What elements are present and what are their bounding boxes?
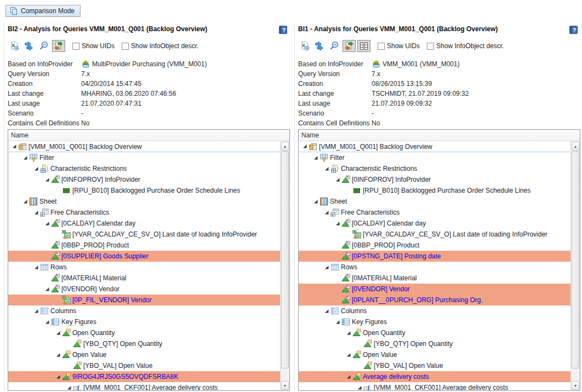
tree-row[interactable]: [0PSTNG_DATE] Posting date <box>299 251 570 262</box>
tree-row[interactable]: [YBO_VAL] Open Value <box>8 360 280 371</box>
tree-row[interactable]: [YBO_QTY] Open Quantity <box>299 338 570 349</box>
expand-arrow-icon[interactable] <box>54 371 62 382</box>
scroll-down-button[interactable]: ▼ <box>572 381 579 390</box>
comparison-mode-button[interactable]: Comparison Mode <box>5 5 81 17</box>
vertical-scrollbar[interactable]: ▲ ▼ <box>570 141 580 390</box>
expand-arrow-icon[interactable] <box>345 327 352 338</box>
tree-row[interactable]: fx[VMM_M001_CKF001] Average delivery cos… <box>8 382 280 390</box>
zoom-out-button[interactable] <box>328 40 341 52</box>
grid-view-button[interactable] <box>357 40 370 52</box>
tree-row[interactable]: [VMM_M001_Q001] Backlog Overview <box>8 141 280 152</box>
expand-arrow-icon[interactable] <box>65 382 73 390</box>
tree-row[interactable]: Columns <box>299 305 570 316</box>
checkbox-box[interactable] <box>122 43 129 50</box>
tree-row[interactable]: Key Figures <box>8 316 280 327</box>
tree-row[interactable]: [YBO_QTY] Open Quantity <box>8 338 280 349</box>
expand-arrow-icon[interactable] <box>32 262 40 273</box>
compare-documents-button[interactable] <box>343 40 356 52</box>
expand-arrow-icon[interactable] <box>21 152 29 163</box>
expand-arrow-icon[interactable] <box>301 141 309 152</box>
tree-row[interactable]: Rows <box>299 262 570 273</box>
expand-arrow-icon[interactable] <box>32 163 40 174</box>
tree-row[interactable]: Sheet <box>8 196 280 207</box>
expand-arrow-icon[interactable] <box>43 218 51 229</box>
tree-row[interactable]: Columns <box>8 305 280 316</box>
excel-export-button[interactable]: X <box>8 40 21 52</box>
expand-arrow-icon[interactable] <box>323 207 330 218</box>
checkbox-show-infoobject-descr[interactable]: Show InfoObject descr. <box>427 42 504 50</box>
checkbox-box[interactable] <box>427 43 434 50</box>
tree-row[interactable]: 9IROG4JRJS0GS5OVQDFSRBA8K <box>8 371 280 382</box>
expand-arrow-icon[interactable] <box>323 305 330 316</box>
tree-row[interactable]: [0INFOPROV] InfoProvider <box>8 174 280 185</box>
expand-arrow-icon[interactable] <box>21 196 29 207</box>
expand-arrow-icon[interactable] <box>54 349 62 360</box>
tree-row[interactable]: [YVAR_0CALDAY_CE_SV_O] Last date of load… <box>299 229 570 240</box>
transport-arrows-button[interactable] <box>22 40 36 52</box>
checkbox-box[interactable] <box>72 43 79 50</box>
tree-row[interactable]: Open Value <box>299 349 570 360</box>
tree-row[interactable]: [0MATERIAL] Material <box>8 273 280 284</box>
tree-row[interactable]: Characteristic Restrictions <box>299 163 570 174</box>
scroll-up-button[interactable]: ▲ <box>572 142 579 151</box>
tree-row[interactable]: Average delivery costs <box>299 371 570 382</box>
tree-row[interactable]: Rows <box>8 262 280 273</box>
tree-row[interactable]: [0P_FIL_VENDOR] Vendor <box>8 295 280 305</box>
tree-row[interactable]: [RPU_B010] Backlogged Purchase Order Sch… <box>8 185 280 196</box>
expand-arrow-icon[interactable] <box>345 371 352 382</box>
tree-row[interactable]: [0BBP_PROD] Product <box>299 240 570 251</box>
tree-row[interactable]: [0PLANT__0PURCH_ORG] Purchasing Org. <box>299 295 570 305</box>
scroll-down-button[interactable]: ▼ <box>281 381 289 390</box>
tree-row[interactable]: Characteristic Restrictions <box>8 163 280 174</box>
tree-row[interactable]: [0INFOPROV] InfoProvider <box>299 174 570 185</box>
tree-row[interactable]: [0CALDAY] Calendar day <box>8 218 280 229</box>
expand-arrow-icon[interactable] <box>43 284 51 295</box>
scroll-up-button[interactable]: ▲ <box>281 142 289 151</box>
tree-row[interactable]: [0MATERIAL] Material <box>299 273 570 284</box>
expand-arrow-icon[interactable] <box>312 196 319 207</box>
tree-row[interactable]: Key Figures <box>299 316 570 327</box>
checkbox-box[interactable] <box>378 43 385 50</box>
expand-arrow-icon[interactable] <box>10 141 18 152</box>
scroll-thumb[interactable] <box>281 151 289 368</box>
tree-row[interactable]: aFree Characteristics <box>8 207 280 218</box>
tree-row[interactable]: [0CALDAY] Calendar day <box>299 218 570 229</box>
expand-arrow-icon[interactable] <box>334 316 341 327</box>
expand-arrow-icon[interactable] <box>334 218 341 229</box>
transport-arrows-button[interactable] <box>313 40 326 52</box>
tree-row[interactable]: [VMM_M001_Q001] Backlog Overview <box>299 141 570 152</box>
help-icon[interactable]: ? <box>569 25 578 34</box>
tree-row[interactable]: [0BBP_PROD] Product <box>8 240 280 251</box>
tree-row[interactable]: [0SUPPLIER] Goods Supplier <box>8 251 280 262</box>
expand-arrow-icon[interactable] <box>356 382 363 390</box>
expand-arrow-icon[interactable] <box>32 305 40 316</box>
checkbox-show-uids[interactable]: Show UIDs <box>72 42 115 50</box>
tree-row[interactable]: [RPU_B010] Backlogged Purchase Order Sch… <box>299 185 570 196</box>
expand-arrow-icon[interactable] <box>334 174 341 185</box>
tree-row[interactable]: aFree Characteristics <box>299 207 570 218</box>
zoom-out-button[interactable] <box>37 40 50 52</box>
expand-arrow-icon[interactable] <box>323 262 330 273</box>
tree-row[interactable]: Filter <box>299 152 570 163</box>
checkbox-show-infoobject-descr[interactable]: Show InfoObject descr. <box>122 42 198 50</box>
expand-arrow-icon[interactable] <box>312 152 319 163</box>
tree-row[interactable]: [0VENDOR] Vendor <box>8 284 280 295</box>
tree-row[interactable]: [0VENDOR] Vendor <box>299 284 570 295</box>
tree-row[interactable]: Open Value <box>8 349 280 360</box>
tree-row[interactable]: Open Quantity <box>299 327 570 338</box>
tree-row[interactable]: [YVAR_0CALDAY_CE_SV_O] Last date of load… <box>8 229 280 240</box>
expand-arrow-icon[interactable] <box>54 327 62 338</box>
tree-row[interactable]: Sheet <box>299 196 570 207</box>
expand-arrow-icon[interactable] <box>43 174 51 185</box>
scroll-thumb[interactable] <box>572 151 579 368</box>
tree-row[interactable]: Filter <box>8 152 280 163</box>
expand-arrow-icon[interactable] <box>345 349 352 360</box>
vertical-scrollbar[interactable]: ▲ ▼ <box>280 141 289 390</box>
tree-row[interactable]: [YBO_VAL] Open Value <box>299 360 570 371</box>
excel-export-button[interactable]: X <box>298 40 311 52</box>
compare-documents-button[interactable] <box>52 40 65 52</box>
expand-arrow-icon[interactable] <box>323 163 330 174</box>
tree-row[interactable]: Open Quantity <box>8 327 280 338</box>
expand-arrow-icon[interactable] <box>43 316 51 327</box>
expand-arrow-icon[interactable] <box>32 207 40 218</box>
